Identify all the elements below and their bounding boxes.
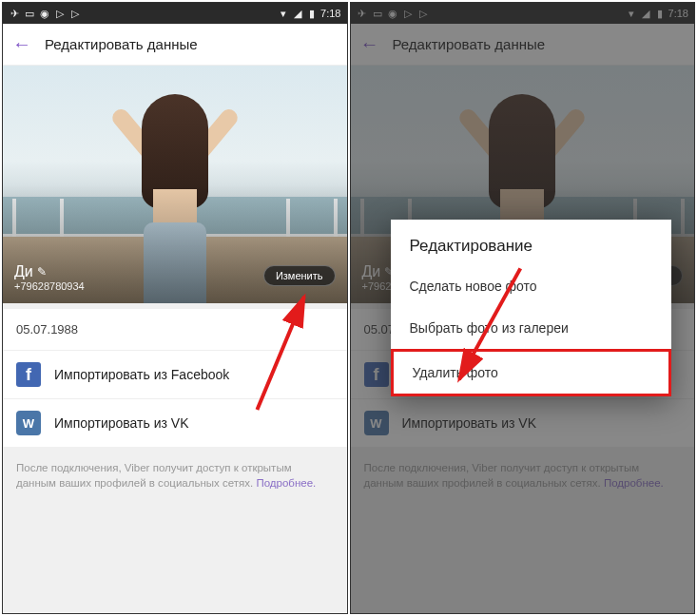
play-icon: ▷ (69, 8, 81, 19)
import-vk-label: Импортировать из VK (54, 415, 189, 431)
profile-phone: +79628780934 (14, 280, 85, 292)
vk-icon: W (16, 411, 41, 435)
dialog-title: Редактирование (391, 220, 672, 265)
import-vk-row[interactable]: W Импортировать из VK (3, 398, 347, 447)
more-link[interactable]: Подробнее. (256, 477, 316, 489)
import-facebook-label: Импортировать из Facebook (54, 367, 229, 382)
wifi-icon: ▾ (278, 8, 289, 19)
profile-name[interactable]: Ди (14, 263, 33, 280)
import-facebook-row[interactable]: f Импортировать из Facebook (3, 350, 347, 398)
back-icon[interactable]: ← (12, 33, 31, 55)
dialog-option-choose-gallery[interactable]: Выбрать фото из галереи (391, 307, 672, 349)
change-photo-button[interactable]: Изменить (263, 265, 336, 286)
footer-note: После подключения, Viber получит доступ … (3, 447, 347, 504)
telegram-icon: ✈ (9, 8, 20, 19)
pencil-icon[interactable]: ✎ (37, 265, 47, 279)
birthday-field[interactable]: 05.07.1988 (16, 322, 334, 337)
play-icon: ▷ (54, 8, 66, 19)
phone-screenshot-right: ✈ ▭ ◉ ▷ ▷ ▾ ◢ ▮ 7:18 ← Редактировать дан… (350, 2, 696, 614)
card-icon: ▭ (24, 8, 35, 19)
battery-icon: ▮ (306, 8, 318, 19)
clock: 7:18 (320, 8, 340, 19)
app-bar: ← Редактировать данные (3, 24, 347, 66)
edit-photo-dialog: Редактирование Сделать новое фото Выбрат… (391, 220, 672, 396)
dialog-option-delete-photo[interactable]: Удалить фото (391, 349, 672, 396)
viber-icon: ◉ (39, 8, 50, 19)
dialog-option-take-photo[interactable]: Сделать новое фото (391, 265, 672, 307)
profile-photo[interactable]: Ди✎ +79628780934 Изменить (3, 66, 347, 303)
signal-icon: ◢ (292, 8, 303, 19)
page-title: Редактировать данные (45, 36, 198, 52)
facebook-icon: f (16, 362, 41, 387)
status-bar: ✈ ▭ ◉ ▷ ▷ ▾ ◢ ▮ 7:18 (3, 3, 347, 24)
phone-screenshot-left: ✈ ▭ ◉ ▷ ▷ ▾ ◢ ▮ 7:18 ← Редактировать дан… (2, 2, 348, 614)
